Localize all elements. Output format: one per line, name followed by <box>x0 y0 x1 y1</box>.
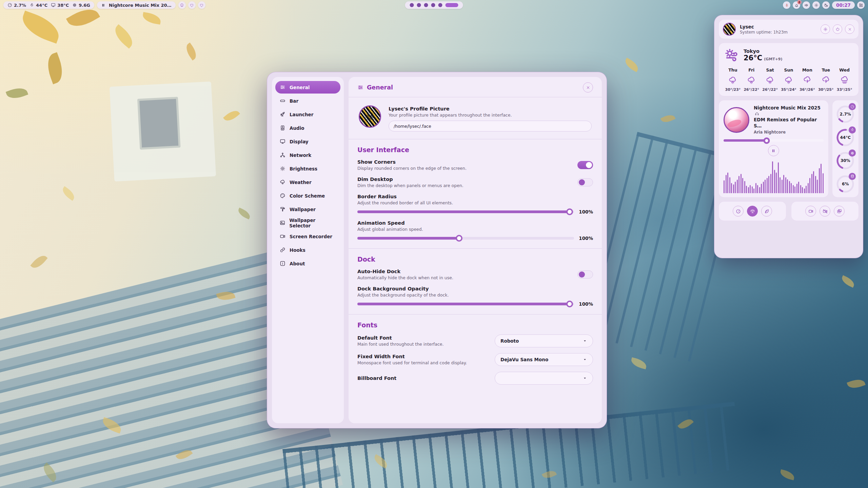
quick-button-heart[interactable] <box>188 1 196 9</box>
sidebar-item-bar[interactable]: Bar <box>275 95 340 107</box>
user-name: Lysec <box>740 24 788 29</box>
video-icon <box>808 209 813 214</box>
sidebar-item-screen-recorder[interactable]: Screen Recorder <box>275 230 340 243</box>
workspace-active[interactable] <box>446 3 458 7</box>
workspace-dot[interactable] <box>438 3 442 7</box>
sidebar-item-wallpaper-selector[interactable]: Wallpaper Selector <box>275 217 340 229</box>
sidebar-item-brightness[interactable]: Brightness <box>275 162 340 175</box>
border-radius-slider[interactable] <box>357 210 574 213</box>
auto-hide-dock-toggle[interactable] <box>577 270 593 279</box>
workspace-dot[interactable] <box>424 3 428 7</box>
sidebar-item-color-scheme[interactable]: Color Scheme <box>275 189 340 202</box>
slider-knob[interactable] <box>456 235 462 242</box>
clock[interactable]: 00:27 <box>832 1 855 9</box>
notifications-button[interactable]: 8 <box>793 1 800 9</box>
visualizer-bar <box>811 174 812 193</box>
close-button[interactable] <box>583 82 593 93</box>
setting-label: Dock Background Opacity <box>357 286 593 291</box>
setting-label: Show Corners <box>357 159 577 165</box>
toggle-knob <box>586 162 592 168</box>
night-light-button[interactable] <box>822 1 830 9</box>
visualizer-bar <box>800 185 801 193</box>
profile-avatar[interactable]: ☠ <box>359 105 381 128</box>
skull-icon <box>180 3 184 7</box>
visualizer-bar <box>778 162 779 193</box>
workspace-dot[interactable] <box>410 3 414 7</box>
header-divider <box>349 97 602 97</box>
workspaces-indicator[interactable] <box>405 1 463 9</box>
brightness-button[interactable] <box>812 1 820 9</box>
quick-button-skull[interactable] <box>178 1 186 9</box>
sidebar-item-weather[interactable]: Weather <box>275 176 340 188</box>
media-progress-knob[interactable] <box>763 137 770 144</box>
heart-icon <box>199 3 204 7</box>
forecast-day-thu: Thu 30°/23° <box>724 67 742 92</box>
profile-row: ☠ Lysec's Profile Picture Your profile p… <box>359 105 592 131</box>
workspace-dot[interactable] <box>417 3 421 7</box>
visualizer-bar <box>789 181 790 193</box>
profile-path-input[interactable] <box>389 121 592 131</box>
visualizer-bar <box>765 180 766 193</box>
toggle-knob <box>579 271 585 278</box>
chip-icon <box>849 149 856 157</box>
sidebar-item-display[interactable]: Display <box>275 135 340 148</box>
profile-title: Lysec's Profile Picture <box>389 106 592 111</box>
dock-background-opacity-slider[interactable] <box>357 303 574 305</box>
capture-video-button[interactable] <box>805 206 816 217</box>
visualizer-bar <box>731 183 732 193</box>
capture-images-button[interactable] <box>834 206 845 217</box>
power-profile-leaf-button[interactable] <box>761 206 772 217</box>
visualizer-bar <box>809 178 810 193</box>
volume-button[interactable] <box>803 1 810 9</box>
media-pill[interactable]: Nightcore Music Mix 20… <box>97 1 176 9</box>
settings-sidebar: General Bar Launcher Audio Display Netwo… <box>272 77 344 423</box>
power-profile-scales-button[interactable] <box>747 206 758 217</box>
fixed-width-font-dropdown[interactable]: DejaVu Sans Mono <box>495 353 593 366</box>
sidebar-item-audio[interactable]: Audio <box>275 122 340 134</box>
user-close-button[interactable] <box>845 24 854 34</box>
pause-button[interactable] <box>768 145 779 156</box>
sidebar-item-hooks[interactable]: Hooks <box>275 244 340 256</box>
gauge-icon <box>7 3 12 7</box>
dashboard-button[interactable] <box>857 1 865 9</box>
slider-value: 100% <box>574 236 593 241</box>
visualizer-bar <box>806 186 807 193</box>
slider-knob[interactable] <box>566 208 573 215</box>
disk-icon <box>849 173 856 180</box>
wallpaper-leaf <box>30 252 47 271</box>
sidebar-item-about[interactable]: About <box>275 257 340 270</box>
tray-app-icon[interactable] <box>783 1 790 9</box>
sidebar-item-launcher[interactable]: Launcher <box>275 108 340 121</box>
bar-icon <box>280 98 285 104</box>
sidebar-item-general[interactable]: General <box>275 81 340 94</box>
wallpaper-building <box>110 81 216 181</box>
default-font-dropdown[interactable]: Roboto <box>495 334 593 347</box>
wallpaper-leaf <box>237 207 252 219</box>
power-profile-gauge-button[interactable] <box>733 206 744 217</box>
quick-button-heart[interactable] <box>198 1 205 9</box>
sidebar-item-network[interactable]: Network <box>275 149 340 161</box>
quick-panel: ☠ Lysec System uptime: 1h23m Tokyo 26°C … <box>714 15 863 258</box>
cloud-rain-icon <box>728 76 737 85</box>
dim-desktop-toggle[interactable] <box>577 178 593 186</box>
setting-label: Dim Desktop <box>357 177 577 182</box>
user-gear-button[interactable] <box>821 24 830 34</box>
show-corners-toggle[interactable] <box>577 161 593 169</box>
media-progress-slider[interactable] <box>724 139 824 142</box>
visualizer-bar <box>791 183 792 193</box>
user-power-button[interactable] <box>833 24 842 34</box>
system-uptime: System uptime: 1h23m <box>740 30 788 35</box>
capture-camera-off-button[interactable] <box>820 206 830 217</box>
cloud-rain-icon <box>747 76 756 85</box>
sidebar-item-wallpaper[interactable]: Wallpaper <box>275 203 340 216</box>
billboard-font-dropdown[interactable] <box>495 372 593 385</box>
slider-knob[interactable] <box>566 301 573 307</box>
section-divider <box>349 314 602 314</box>
animation-speed-slider[interactable] <box>357 237 574 240</box>
system-stats-pill: 2.7%44°C38°C9.6G <box>3 1 94 9</box>
weather-temperature: 26°C <box>744 54 762 62</box>
cloud-lightning-icon <box>822 76 830 85</box>
workspace-dot[interactable] <box>431 3 435 7</box>
caret-down-icon <box>583 357 587 362</box>
setting-description: Adjust global animation speed. <box>357 227 593 232</box>
